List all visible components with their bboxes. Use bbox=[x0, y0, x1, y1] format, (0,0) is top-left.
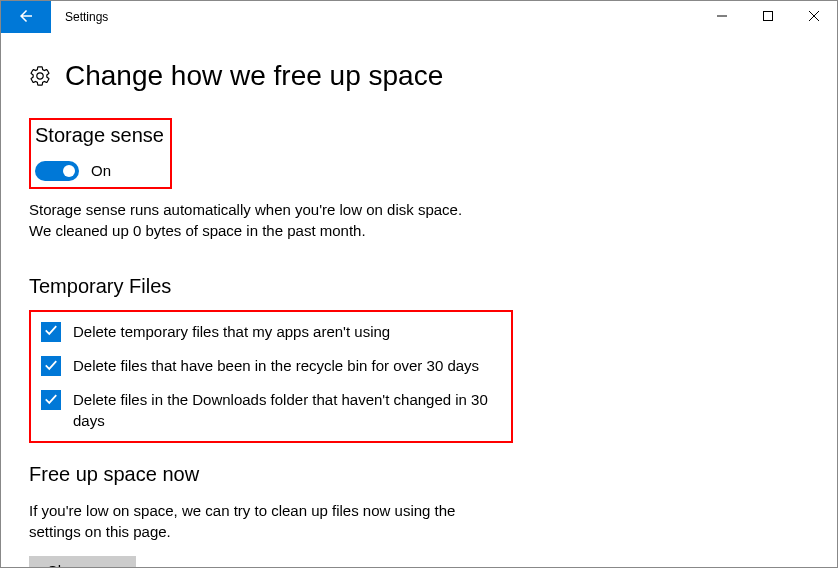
window-controls bbox=[699, 1, 837, 33]
page-content: Change how we free up space Storage sens… bbox=[1, 33, 837, 568]
storage-desc-line1: Storage sense runs automatically when yo… bbox=[29, 199, 469, 220]
storage-sense-toggle[interactable] bbox=[35, 161, 79, 181]
minimize-icon bbox=[717, 11, 727, 23]
maximize-button[interactable] bbox=[745, 1, 791, 33]
free-up-space-heading: Free up space now bbox=[29, 463, 809, 486]
svg-rect-1 bbox=[764, 12, 773, 21]
storage-sense-highlight: Storage sense On bbox=[29, 118, 172, 189]
checkbox-label: Delete temporary files that my apps aren… bbox=[73, 322, 390, 342]
storage-sense-heading: Storage sense bbox=[35, 123, 164, 147]
temp-files-option-0: Delete temporary files that my apps aren… bbox=[41, 322, 499, 342]
gear-icon bbox=[29, 65, 51, 87]
clean-now-button[interactable]: Clean now bbox=[29, 556, 136, 568]
temp-files-option-1: Delete files that have been in the recyc… bbox=[41, 356, 499, 376]
minimize-button[interactable] bbox=[699, 1, 745, 33]
checkbox-downloads[interactable] bbox=[41, 390, 61, 410]
close-icon bbox=[809, 11, 819, 23]
temporary-files-highlight: Delete temporary files that my apps aren… bbox=[29, 310, 513, 443]
toggle-knob bbox=[63, 165, 75, 177]
storage-sense-toggle-row: On bbox=[35, 161, 164, 181]
temporary-files-heading: Temporary Files bbox=[29, 275, 809, 298]
maximize-icon bbox=[763, 11, 773, 23]
free-up-space-description: If you're low on space, we can try to cl… bbox=[29, 500, 469, 542]
checkmark-icon bbox=[44, 358, 58, 375]
storage-desc-line2: We cleaned up 0 bytes of space in the pa… bbox=[29, 220, 469, 241]
arrow-left-icon bbox=[17, 7, 35, 28]
checkmark-icon bbox=[44, 392, 58, 409]
back-button[interactable] bbox=[1, 1, 51, 33]
checkbox-temp-apps[interactable] bbox=[41, 322, 61, 342]
page-title: Change how we free up space bbox=[65, 61, 443, 92]
storage-sense-description: Storage sense runs automatically when yo… bbox=[29, 199, 469, 241]
page-title-row: Change how we free up space bbox=[29, 61, 809, 92]
checkbox-label: Delete files that have been in the recyc… bbox=[73, 356, 479, 376]
window-title: Settings bbox=[51, 1, 699, 33]
title-bar: Settings bbox=[1, 1, 837, 33]
checkbox-label: Delete files in the Downloads folder tha… bbox=[73, 390, 493, 431]
checkmark-icon bbox=[44, 323, 58, 340]
temp-files-option-2: Delete files in the Downloads folder tha… bbox=[41, 390, 499, 431]
storage-sense-toggle-label: On bbox=[91, 162, 111, 179]
close-button[interactable] bbox=[791, 1, 837, 33]
checkbox-recycle-bin[interactable] bbox=[41, 356, 61, 376]
